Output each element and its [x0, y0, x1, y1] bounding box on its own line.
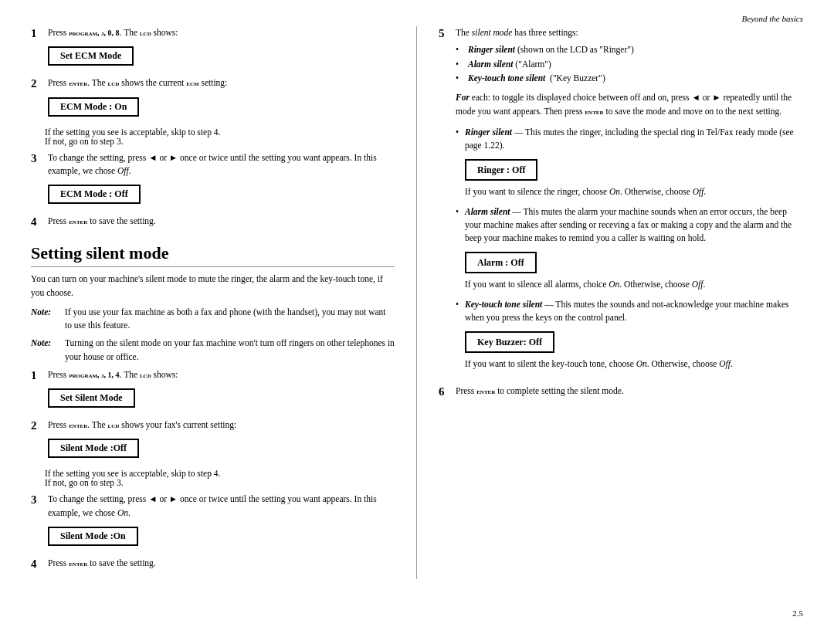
lcd-display-ecm-on: ECM Mode : On	[48, 97, 139, 117]
step-number: 3	[31, 493, 45, 508]
section-intro: You can turn on your machine's silent mo…	[31, 273, 395, 300]
ecm-step-3: 3 To change the setting, press ◄ or ► on…	[31, 151, 395, 209]
step-number: 6	[439, 385, 453, 400]
skip-note-ecm: If the setting you see is acceptable, sk…	[45, 127, 395, 146]
lcd-display-silent-off: Silent Mode :Off	[48, 439, 139, 458]
step-content: Press enter to save the setting.	[48, 215, 395, 231]
right-column: 5 The silent mode has three settings: Ri…	[417, 26, 803, 579]
bullet-alarm: Alarm silent ("Alarm")	[456, 57, 803, 71]
note-2: Note: Turning on the silent mode on your…	[31, 337, 395, 364]
right-step-5: 5 The silent mode has three settings: Ri…	[439, 26, 803, 377]
keytouch-silent-section: Key-touch tone silent — This mutes the s…	[456, 298, 803, 371]
step-content: Press program, j, 0, 8. The lcd shows: S…	[48, 26, 395, 70]
lcd-display-silent-on: Silent Mode :On	[48, 527, 138, 546]
step-content: The silent mode has three settings: Ring…	[456, 26, 803, 377]
section-title-silent: Setting silent mode	[31, 243, 395, 267]
lcd-display-ecm-off: ECM Mode : Off	[48, 185, 141, 204]
step-content: Press enter to complete setting the sile…	[456, 385, 803, 401]
step-content: To change the setting, press ◄ or ► once…	[48, 493, 395, 551]
step-content: Press enter. The lcd shows your fax's cu…	[48, 419, 395, 463]
step-number: 3	[31, 151, 45, 167]
lcd-display-keybuzzer: Key Buzzer: Off	[465, 331, 554, 353]
ecm-step-2: 2 Press enter. The lcd shows the current…	[31, 76, 395, 120]
note-text: If you use your fax machine as both a fa…	[65, 306, 395, 333]
page-number: 2.5	[0, 602, 834, 625]
bullet-ringer: Ringer silent (shown on the LCD as "Ring…	[456, 42, 803, 56]
silent-step-3: 3 To change the setting, press ◄ or ► on…	[31, 493, 395, 551]
ringer-silent-section: Ringer silent — This mutes the ringer, i…	[456, 126, 803, 199]
silent-step-4: 4 Press enter to save the setting.	[31, 557, 395, 573]
left-column: 1 Press program, j, 0, 8. The lcd shows:…	[31, 26, 417, 579]
step5-para: For each: to toggle its displayed choice…	[456, 91, 803, 118]
lcd-display-set-ecm: Set ECM Mode	[48, 46, 134, 66]
step-number: 1	[31, 26, 45, 42]
header-text: Beyond the basics	[742, 14, 803, 23]
silent-step-1: 1 Press program, j, 1, 4. The lcd shows:…	[31, 368, 395, 412]
step-content: Press enter. The lcd shows the current e…	[48, 76, 395, 120]
step-content: To change the setting, press ◄ or ► once…	[48, 151, 395, 209]
step-content: Press program, j, 1, 4. The lcd shows: S…	[48, 368, 395, 412]
ecm-step-4: 4 Press enter to save the setting.	[31, 215, 395, 231]
lcd-display-set-silent: Set Silent Mode	[48, 388, 135, 408]
skip-note-silent: If the setting you see is acceptable, sk…	[45, 469, 395, 487]
silent-step-2: 2 Press enter. The lcd shows your fax's …	[31, 419, 395, 463]
step-number: 2	[31, 419, 45, 434]
bullet-keytouch: Key-touch tone silent ("Key Buzzer")	[456, 71, 803, 85]
note-1: Note: If you use your fax machine as bot…	[31, 306, 395, 333]
lcd-display-alarm: Alarm : Off	[465, 252, 537, 273]
right-step-6: 6 Press enter to complete setting the si…	[439, 385, 803, 401]
step-number: 2	[31, 76, 45, 92]
note-text: Turning on the silent mode on your fax m…	[65, 337, 395, 364]
page-header: Beyond the basics	[0, 0, 834, 26]
step-number: 5	[439, 26, 453, 42]
step-content: Press enter to save the setting.	[48, 557, 395, 573]
step-number: 4	[31, 557, 45, 572]
alarm-silent-section: Alarm silent — This mutes the alarm your…	[456, 205, 803, 292]
lcd-display-ringer: Ringer : Off	[465, 159, 537, 181]
ecm-step-1: 1 Press program, j, 0, 8. The lcd shows:…	[31, 26, 395, 70]
step-number: 4	[31, 215, 45, 230]
step-number: 1	[31, 368, 45, 384]
